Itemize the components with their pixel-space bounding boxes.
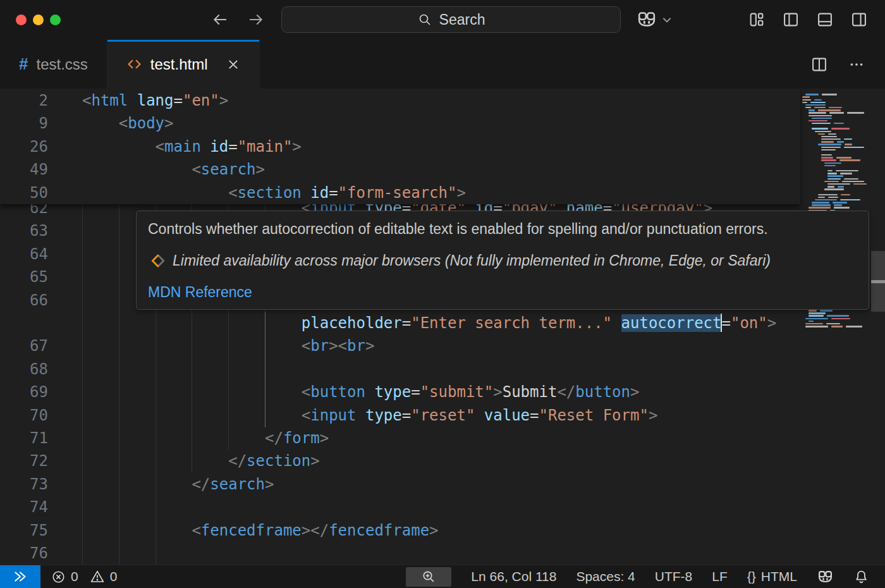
copilot-menu-button[interactable] (636, 9, 673, 30)
code-text: <search> (82, 158, 265, 181)
minimap-line (812, 118, 832, 119)
forward-arrow-icon[interactable] (247, 10, 266, 29)
line-number[interactable]: 75 (0, 519, 48, 542)
status-bar: 0 0 Ln 66, Col 118 Spaces: 4 UTF-8 LF {}… (0, 565, 885, 588)
line-number[interactable]: 63 (0, 219, 48, 243)
language-mode[interactable]: {} HTML (747, 569, 797, 584)
notifications-bell-icon[interactable] (853, 569, 869, 585)
line-number[interactable]: 73 (0, 473, 48, 496)
tab-test-html[interactable]: test.html (107, 40, 260, 89)
back-arrow-icon[interactable] (211, 10, 229, 29)
line-number[interactable]: 9 (0, 112, 48, 135)
minimap-line (821, 138, 841, 140)
token: > (429, 522, 438, 539)
token (201, 138, 210, 156)
minimap-line (827, 183, 850, 185)
minimize-window-button[interactable] (33, 15, 44, 25)
minimap-line (802, 96, 810, 97)
code-line[interactable]: 67 <br><br> (0, 334, 800, 358)
sticky-code-line[interactable]: 49 <search> (0, 158, 716, 181)
split-editor-icon[interactable] (810, 56, 828, 73)
eol-setting[interactable]: LF (712, 569, 728, 584)
indentation-setting[interactable]: Spaces: 4 (576, 569, 635, 584)
token: < (302, 337, 310, 355)
close-tab-icon[interactable] (226, 58, 240, 71)
minimap-line (827, 178, 841, 180)
line-number[interactable]: 50 (0, 181, 48, 205)
editor-pane[interactable]: 62 <input type="date" id="bday" name="us… (0, 89, 885, 565)
code-line[interactable]: 76 (0, 542, 800, 565)
line-number[interactable]: 26 (0, 135, 48, 159)
token: html (91, 92, 128, 109)
sticky-code-line[interactable]: 2<html lang="en"> (0, 89, 716, 113)
toggle-panel-icon[interactable] (816, 11, 834, 28)
minimap-line (802, 102, 807, 103)
minimap-line (809, 120, 827, 121)
close-window-button[interactable] (16, 15, 27, 25)
code-line[interactable]: 68 (0, 358, 800, 381)
token: br (347, 337, 365, 355)
indent-guide (82, 542, 83, 565)
more-actions-icon[interactable] (848, 56, 865, 73)
indent-guide (228, 358, 229, 381)
sticky-code-line[interactable]: 9 <body> (0, 112, 716, 135)
code-text: </section> (82, 450, 320, 473)
line-number[interactable]: 74 (0, 496, 48, 519)
line-number[interactable]: 76 (0, 542, 48, 565)
remote-indicator[interactable] (0, 565, 40, 588)
maximize-window-button[interactable] (50, 15, 61, 25)
line-number[interactable]: 65 (0, 266, 48, 289)
token: = (402, 407, 411, 424)
copilot-status-icon[interactable] (817, 568, 834, 585)
minimap-line (834, 204, 843, 205)
minimap-line (805, 94, 819, 95)
customize-layout-icon[interactable] (748, 11, 766, 28)
code-line[interactable]: 73 </search> (0, 473, 800, 496)
zoom-indicator[interactable] (406, 567, 451, 587)
encoding-setting[interactable]: UTF-8 (655, 569, 693, 584)
tab-test-css[interactable]: # test.css (0, 40, 107, 89)
sticky-code-line[interactable]: 50 <section id="form-search"> (0, 181, 716, 205)
line-number[interactable]: 68 (0, 358, 48, 381)
cursor-position[interactable]: Ln 66, Col 118 (471, 569, 556, 584)
minimap-line (844, 147, 864, 148)
token: type (374, 383, 411, 401)
code-line[interactable]: 70 <input type="reset" value="Reset Form… (0, 404, 800, 427)
line-number[interactable]: 70 (0, 404, 48, 427)
code-line[interactable]: 69 <button type="submit">Submit</button> (0, 381, 800, 404)
line-number[interactable]: 2 (0, 89, 48, 113)
minimap-line (809, 109, 815, 111)
code-line[interactable]: placeholder="Enter search term..." autoc… (0, 312, 800, 335)
minimap-line (818, 133, 825, 135)
code-text: <input type="reset" value="Reset Form"> (82, 404, 657, 427)
token (475, 407, 484, 424)
indent-guide (156, 496, 156, 519)
indent-guide (119, 358, 119, 381)
mdn-reference-link[interactable]: MDN Reference (148, 284, 252, 301)
line-number[interactable]: 71 (0, 427, 48, 450)
vertical-scrollbar[interactable] (871, 89, 885, 565)
minimap-line (827, 186, 834, 187)
code-line[interactable]: 72 </section> (0, 450, 800, 473)
token: "submit" (420, 383, 494, 401)
toggle-secondary-sidebar-icon[interactable] (850, 11, 868, 28)
minimap[interactable] (800, 89, 871, 565)
code-line[interactable]: 71 </form> (0, 427, 800, 450)
window-controls[interactable] (16, 15, 61, 25)
problems-indicator[interactable]: 0 0 (51, 569, 123, 584)
line-number[interactable]: 66 (0, 289, 48, 312)
toggle-primary-sidebar-icon[interactable] (782, 11, 800, 28)
code-line[interactable]: 74 (0, 496, 800, 519)
line-number[interactable]: 49 (0, 158, 48, 181)
code-text: <fencedframe></fencedframe> (82, 519, 439, 542)
line-number[interactable]: 72 (0, 450, 48, 473)
line-number[interactable]: 67 (0, 334, 48, 358)
line-number[interactable]: 69 (0, 381, 48, 404)
code-line[interactable]: 75 <fencedframe></fencedframe> (0, 519, 800, 542)
code-text: placeholder="Enter search term..." autoc… (82, 312, 776, 335)
token: placeholder (302, 314, 402, 332)
line-number[interactable]: 64 (0, 243, 48, 266)
command-center-search[interactable]: Search (281, 6, 621, 33)
sticky-code-line[interactable]: 26 <main id="main"> (0, 135, 716, 159)
sticky-scroll[interactable]: 2<html lang="en">9 <body>26 <main id="ma… (0, 89, 800, 204)
